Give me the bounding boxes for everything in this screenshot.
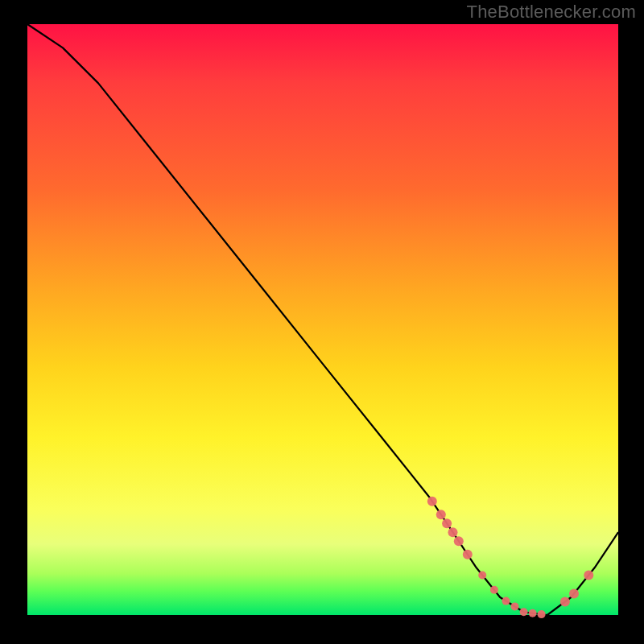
curve-marker <box>511 602 519 610</box>
curve-marker <box>454 536 464 546</box>
bottleneck-curve <box>27 24 618 615</box>
curve-marker <box>478 572 486 580</box>
curve-marker <box>448 527 458 537</box>
curve-marker <box>520 608 528 616</box>
curve-layer <box>27 24 618 615</box>
curve-marker <box>502 597 510 605</box>
marker-group <box>427 497 594 618</box>
curve-marker <box>529 609 537 617</box>
curve-marker <box>436 510 446 519</box>
chart-container: TheBottlenecker.com <box>0 0 644 644</box>
curve-marker <box>560 597 570 607</box>
curve-marker <box>538 610 546 618</box>
watermark-text: TheBottlenecker.com <box>467 2 636 23</box>
curve-marker <box>463 550 473 559</box>
curve-marker <box>569 588 579 598</box>
curve-marker <box>427 497 437 506</box>
curve-marker <box>584 571 593 580</box>
curve-marker <box>442 518 452 528</box>
curve-marker <box>490 586 498 594</box>
